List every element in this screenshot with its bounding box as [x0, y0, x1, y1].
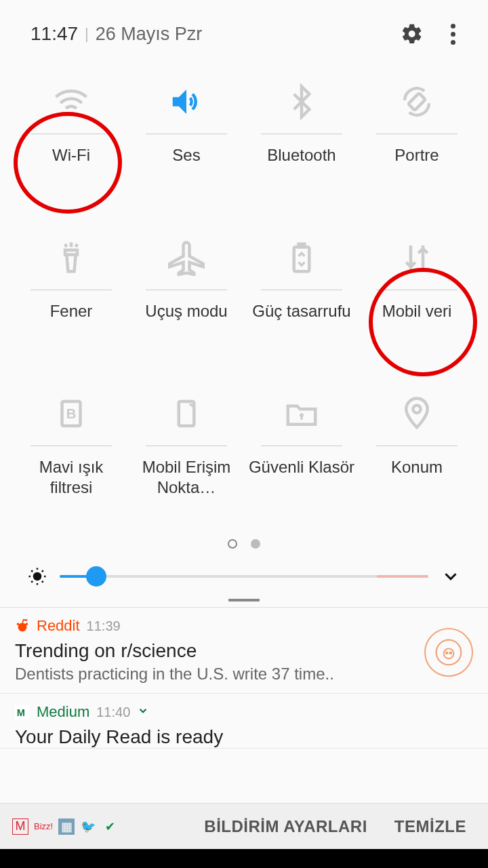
- svg-point-9: [33, 572, 42, 581]
- qs-tile-hotspot[interactable]: Mobil Erişim Nokta…: [129, 376, 244, 532]
- svg-point-13: [26, 619, 28, 621]
- brightness-icon: [27, 566, 47, 587]
- brightness-thumb[interactable]: [86, 566, 106, 587]
- qs-tile-torch[interactable]: Fener: [14, 220, 129, 376]
- notification-body: Dentists practicing in the U.S. write 37…: [15, 665, 473, 684]
- airplane-icon: [168, 239, 205, 276]
- flashlight-icon: [53, 239, 89, 276]
- svg-text:M: M: [17, 707, 25, 718]
- notification-medium[interactable]: M Medium 11:40 Your Daily Read is ready: [0, 694, 488, 749]
- hotspot-icon: [168, 395, 205, 432]
- qs-tile-powersave[interactable]: Güç tasarrufu: [244, 220, 359, 376]
- page-dot-2: [251, 539, 260, 549]
- notification-time: 11:39: [87, 618, 121, 634]
- notification-title: Your Daily Read is ready: [15, 726, 473, 748]
- pending-app-icons[interactable]: M Bizz! ▦ 🐦 ✔: [12, 818, 118, 835]
- svg-point-17: [449, 652, 451, 654]
- qs-tile-securefolder[interactable]: Güvenli Klasör: [244, 376, 359, 532]
- qs-label: Uçuş modu: [141, 301, 231, 342]
- qs-label: Konum: [387, 457, 447, 498]
- qs-tile-location[interactable]: Konum: [359, 376, 474, 532]
- page-dot-1: [228, 539, 237, 549]
- brightness-row: [0, 561, 488, 599]
- qs-label: Güç tasarrufu: [248, 301, 354, 342]
- expand-chevron-icon[interactable]: [137, 703, 149, 721]
- qs-tile-bluelight[interactable]: B Mavi ışık filtresi: [14, 376, 129, 532]
- gallery-icon: ▦: [58, 818, 75, 835]
- svg-point-16: [446, 652, 448, 654]
- bizz-label: Bizz!: [34, 818, 53, 835]
- settings-gear-icon[interactable]: [399, 20, 426, 47]
- qs-label: Güvenli Klasör: [245, 457, 359, 498]
- expand-brightness-icon[interactable]: [441, 566, 461, 587]
- qs-label: Mavi ışık filtresi: [14, 457, 129, 498]
- medium-icon: M: [15, 705, 30, 719]
- svg-rect-2: [294, 247, 310, 271]
- svg-point-11: [26, 623, 28, 625]
- notification-footer: M Bizz! ▦ 🐦 ✔ BİLDİRİM AYARLARI TEMİZLE: [0, 803, 488, 849]
- qs-tile-sound[interactable]: Ses: [129, 64, 244, 220]
- notification-app-name: Reddit: [37, 617, 80, 635]
- qs-label: Portre: [390, 145, 443, 186]
- qs-tile-airplane[interactable]: Uçuş modu: [129, 220, 244, 376]
- notification-thumbnail: [424, 628, 473, 677]
- qs-label: Mobil Erişim Nokta…: [129, 457, 244, 498]
- qs-tile-wifi[interactable]: Wi-Fi: [14, 64, 129, 220]
- svg-point-10: [18, 623, 27, 631]
- svg-point-0: [70, 113, 73, 116]
- quick-settings-panel: Wi-Fi Ses Bluetooth Portre Fener Uçuş mo…: [0, 54, 488, 532]
- page-indicator[interactable]: [0, 532, 488, 561]
- rotate-icon: [399, 83, 435, 120]
- notification-reddit[interactable]: Reddit 11:39 Trending on r/science Denti…: [0, 608, 488, 694]
- reddit-icon: [15, 618, 30, 633]
- mobile-data-icon: [399, 239, 435, 276]
- check-icon: ✔: [102, 818, 118, 835]
- svg-point-8: [413, 406, 420, 413]
- android-navbar: [0, 849, 488, 868]
- notification-title: Trending on r/science: [15, 640, 473, 662]
- qs-label: Wi-Fi: [48, 145, 94, 186]
- bluelight-icon: B: [53, 395, 89, 432]
- svg-point-7: [300, 413, 304, 417]
- brightness-slider[interactable]: [60, 575, 428, 578]
- sound-icon: [168, 83, 205, 120]
- panel-drag-handle[interactable]: [228, 599, 260, 601]
- notification-app-name: Medium: [37, 703, 89, 721]
- qs-tile-rotate[interactable]: Portre: [359, 64, 474, 220]
- header-separator: |: [78, 25, 96, 43]
- bluetooth-icon: [283, 83, 320, 120]
- secure-folder-icon: [283, 395, 320, 432]
- location-icon: [399, 395, 435, 432]
- svg-point-15: [444, 649, 454, 659]
- qs-tile-mobiledata[interactable]: Mobil veri: [359, 220, 474, 376]
- qs-label: Ses: [168, 145, 204, 186]
- svg-point-12: [17, 623, 20, 625]
- qs-label: Bluetooth: [263, 145, 340, 186]
- clock-time: 11:47: [30, 23, 78, 45]
- qs-label: Mobil veri: [378, 301, 456, 342]
- status-header: 11:47 | 26 Mayıs Pzr: [0, 0, 488, 54]
- svg-text:B: B: [66, 406, 77, 421]
- qs-tile-bluetooth[interactable]: Bluetooth: [244, 64, 359, 220]
- svg-rect-1: [408, 93, 425, 110]
- twitter-icon: 🐦: [80, 818, 96, 835]
- notification-settings-button[interactable]: BİLDİRİM AYARLARI: [195, 817, 377, 836]
- more-options-icon[interactable]: [439, 20, 466, 47]
- notification-list: Reddit 11:39 Trending on r/science Denti…: [0, 607, 488, 749]
- clock-date: 26 Mayıs Pzr: [96, 24, 203, 45]
- clear-all-button[interactable]: TEMİZLE: [385, 817, 476, 836]
- gmail-icon: M: [12, 818, 28, 835]
- svg-rect-3: [299, 244, 305, 248]
- qs-label: Fener: [46, 301, 97, 342]
- battery-recycle-icon: [283, 239, 320, 276]
- wifi-icon: [53, 83, 89, 120]
- notification-time: 11:40: [96, 705, 130, 720]
